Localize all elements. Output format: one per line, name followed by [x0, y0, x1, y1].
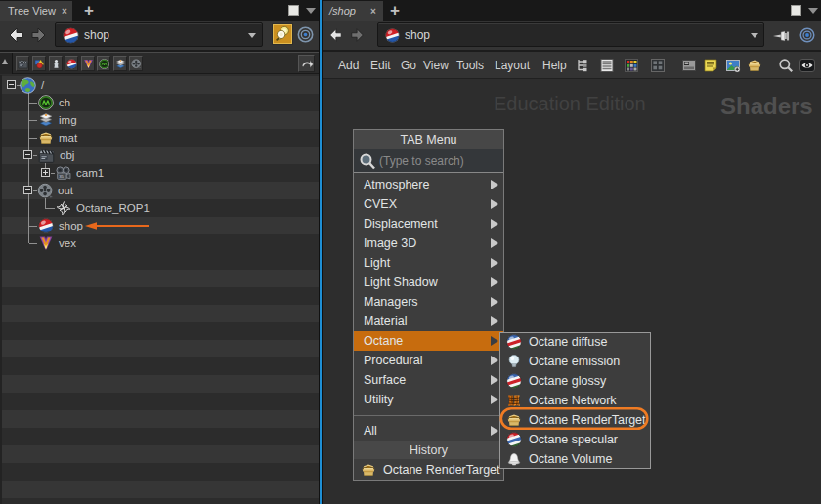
svg-text:35: 35 [59, 174, 64, 179]
